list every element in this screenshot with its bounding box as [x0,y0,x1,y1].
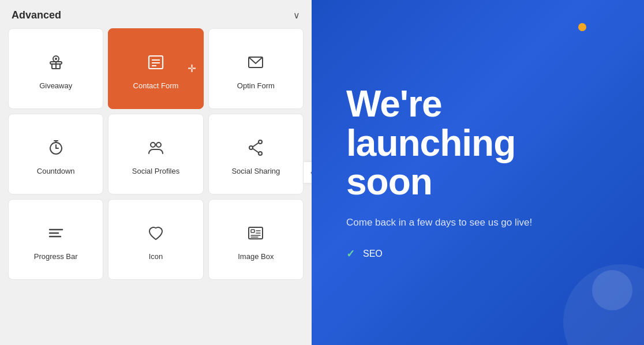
progress-bar-icon [44,221,68,245]
check-icon: ✓ [346,247,355,260]
collapse-panel-button[interactable]: ‹ [304,162,312,183]
giveaway-icon [44,50,68,74]
decoration-dot [578,23,586,31]
sub-text: Come back in a few days to see us go liv… [346,215,566,230]
grid-item-social-sharing[interactable]: Social Sharing [208,114,304,194]
panel-header: Advanced ∨ [0,0,312,28]
svg-point-16 [156,142,161,147]
contact-form-label: Contact Form [133,81,179,90]
grid-item-social-profiles[interactable]: Social Profiles [108,114,203,194]
optin-form-icon [244,50,268,74]
svg-rect-26 [251,230,254,232]
chevron-down-icon[interactable]: ∨ [293,10,300,21]
svg-point-19 [259,152,262,155]
panel-title: Advanced [12,9,61,21]
optin-form-label: Optin Form [237,81,275,90]
grid-item-countdown[interactable]: Countdown [8,114,103,194]
countdown-label: Countdown [37,167,75,175]
image-box-icon [244,221,268,245]
social-profiles-label: Social Profiles [132,167,179,175]
main-heading: We're launching soon [346,85,609,201]
grid-item-contact-form[interactable]: Contact Form ✛ [108,28,203,109]
social-profiles-icon [144,136,168,160]
grid-item-optin-form[interactable]: Optin Form [208,28,304,109]
icon-label: Icon [149,252,163,261]
svg-line-20 [253,142,259,147]
progress-bar-label: Progress Bar [34,252,78,261]
move-cursor-icon: ✛ [188,62,196,75]
svg-point-1 [55,58,57,60]
widget-grid: Giveaway Contact Form ✛ [0,28,312,288]
feature-list: ✓ SEO [346,247,609,260]
countdown-icon [44,136,68,160]
svg-point-17 [259,140,262,144]
decoration-circle [592,270,632,310]
social-sharing-icon [244,136,268,160]
grid-item-giveaway[interactable]: Giveaway [8,28,103,109]
social-sharing-label: Social Sharing [231,167,280,175]
grid-item-icon[interactable]: Icon [108,199,203,280]
giveaway-label: Giveaway [39,81,72,90]
svg-point-18 [249,146,253,149]
svg-point-15 [151,142,155,147]
feature-seo-label: SEO [363,249,383,259]
grid-item-progress-bar[interactable]: Progress Bar [8,199,103,280]
svg-line-21 [253,148,259,152]
image-box-label: Image Box [238,252,274,261]
feature-item-seo: ✓ SEO [346,247,609,260]
left-panel: Advanced ∨ Giveaway [0,0,312,345]
right-panel: We're launching soon Come back in a few … [312,0,644,345]
icon-widget-icon [144,221,168,245]
grid-item-image-box[interactable]: Image Box [208,199,304,280]
contact-form-icon [144,50,168,74]
